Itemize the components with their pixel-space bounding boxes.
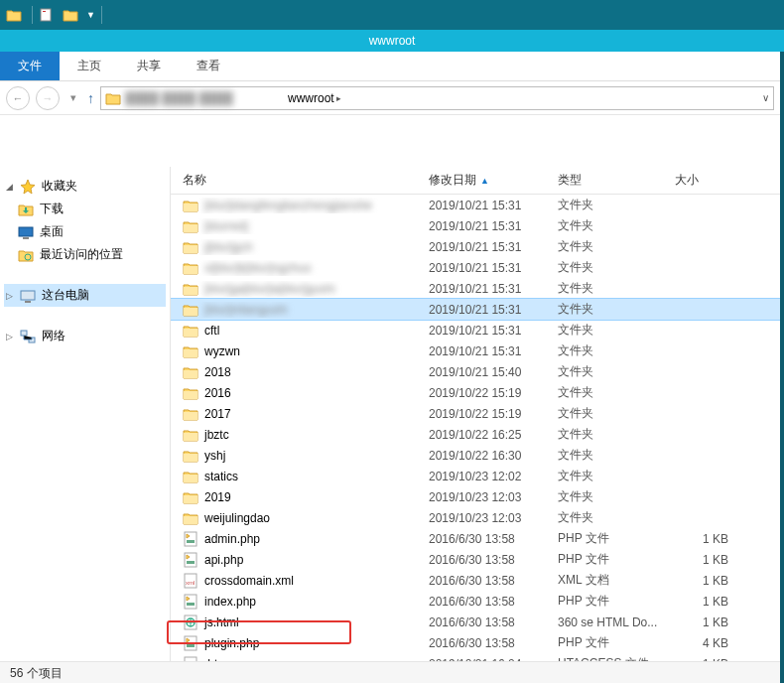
expand-icon: ▷ bbox=[6, 332, 14, 342]
table-row[interactable]: weijulingdao2019/10/23 12:03文件夹 bbox=[171, 507, 780, 528]
qat-dropdown-icon[interactable]: ▼ bbox=[86, 10, 95, 20]
column-headers: 名称 修改日期▲ 类型 大小 bbox=[171, 167, 780, 195]
xml-icon: xml bbox=[183, 573, 198, 589]
table-row[interactable]: jbztc2019/10/22 16:25文件夹 bbox=[171, 424, 780, 445]
forward-button[interactable]: → bbox=[36, 86, 60, 110]
folder-icon bbox=[183, 427, 198, 443]
separator bbox=[32, 6, 33, 24]
file-type: 文件夹 bbox=[558, 509, 675, 526]
file-name: plugin.php bbox=[204, 636, 259, 650]
table-row[interactable]: .htaccess2019/10/21 16:04HTACCESS 文件1 KB bbox=[171, 653, 780, 661]
column-size[interactable]: 大小 bbox=[675, 172, 734, 189]
svg-rect-7 bbox=[21, 331, 27, 336]
file-name: j[blur]gch bbox=[204, 240, 253, 254]
svg-rect-20 bbox=[187, 644, 195, 647]
file-size: 1 KB bbox=[675, 553, 734, 567]
php-icon bbox=[183, 594, 198, 610]
folder-icon bbox=[183, 218, 198, 234]
address-bar[interactable]: ████ ████ ████ wwwroot ▸ ∨ bbox=[100, 86, 774, 110]
file-date: 2019/10/23 12:03 bbox=[429, 511, 558, 525]
html-icon bbox=[183, 615, 198, 630]
address-segment-blurred: ████ ████ ████ bbox=[125, 91, 284, 105]
table-row[interactable]: xmlcrossdomain.xml2016/6/30 13:58XML 文档1… bbox=[171, 570, 780, 591]
navigation-row: ← → ▾ ↑ ████ ████ ████ wwwroot ▸ ∨ bbox=[0, 81, 780, 115]
svg-rect-3 bbox=[23, 237, 29, 239]
nav-downloads[interactable]: 下载 bbox=[4, 198, 166, 220]
file-size: 1 KB bbox=[675, 615, 734, 629]
folder-icon bbox=[183, 281, 198, 297]
table-row[interactable]: admin.php2016/6/30 13:58PHP 文件1 KB bbox=[171, 528, 780, 549]
status-bar: 56 个项目 bbox=[0, 661, 780, 683]
file-type: PHP 文件 bbox=[558, 530, 675, 547]
nav-desktop[interactable]: 桌面 bbox=[4, 220, 166, 243]
file-type: 文件夹 bbox=[558, 426, 675, 443]
up-button[interactable]: ↑ bbox=[87, 90, 94, 106]
table-row[interactable]: 20192019/10/23 12:03文件夹 bbox=[171, 486, 780, 507]
table-row[interactable]: [blurred]2019/10/21 15:31文件夹 bbox=[171, 215, 780, 236]
table-row[interactable]: [blur]inliangushi2019/10/21 15:31文件夹 bbox=[171, 299, 780, 320]
file-date: 2016/6/30 13:58 bbox=[429, 636, 558, 650]
nav-this-pc[interactable]: ▷ 这台电脑 bbox=[4, 284, 166, 307]
folder-icon bbox=[183, 448, 198, 464]
column-name[interactable]: 名称 bbox=[171, 172, 429, 189]
table-row[interactable]: 20182019/10/21 15:40文件夹 bbox=[171, 361, 780, 382]
php-icon bbox=[183, 552, 198, 568]
back-button[interactable]: ← bbox=[6, 86, 30, 110]
ribbon-tabs: 文件 主页 共享 查看 bbox=[0, 52, 780, 81]
table-row[interactable]: j[blur]gch2019/10/21 15:31文件夹 bbox=[171, 236, 780, 257]
tab-file[interactable]: 文件 bbox=[0, 52, 60, 80]
folder-icon bbox=[183, 198, 198, 213]
file-type: 文件夹 bbox=[558, 363, 675, 380]
nav-favorites[interactable]: ◢ 收藏夹 bbox=[4, 175, 166, 198]
tab-home[interactable]: 主页 bbox=[60, 52, 119, 80]
tab-view[interactable]: 查看 bbox=[179, 52, 238, 80]
table-row[interactable]: xi[blur]k[blur]ngzhuo2019/10/21 15:31文件夹 bbox=[171, 257, 780, 278]
separator bbox=[101, 6, 102, 24]
file-date: 2019/10/22 16:25 bbox=[429, 428, 558, 442]
table-row[interactable]: [blur]ga[blur]ia[blur]gushi2019/10/21 15… bbox=[171, 278, 780, 299]
svg-rect-10 bbox=[187, 540, 195, 543]
folder-icon bbox=[183, 510, 198, 526]
file-date: 2019/10/22 15:19 bbox=[429, 386, 558, 400]
file-type: 文件夹 bbox=[558, 405, 675, 422]
file-date: 2016/6/30 13:58 bbox=[429, 615, 558, 629]
file-date: 2019/10/21 15:31 bbox=[429, 219, 558, 233]
file-date: 2019/10/21 15:40 bbox=[429, 365, 558, 379]
address-segment[interactable]: wwwroot ▸ bbox=[288, 91, 341, 105]
file-date: 2019/10/21 15:31 bbox=[429, 261, 558, 275]
table-row[interactable]: plugin.php2016/6/30 13:58PHP 文件4 KB bbox=[171, 632, 780, 653]
history-dropdown-icon[interactable]: ▾ bbox=[65, 86, 81, 110]
navigation-pane: ◢ 收藏夹 下载 桌面 最近访问的位置 bbox=[0, 167, 171, 661]
column-date[interactable]: 修改日期▲ bbox=[429, 172, 558, 189]
dropdown-icon[interactable]: ∨ bbox=[762, 92, 769, 103]
nav-network[interactable]: ▷ 网络 bbox=[4, 325, 166, 347]
file-list[interactable]: [blur]idangfenglianzhengjianshe2019/10/2… bbox=[171, 195, 780, 661]
folder-icon bbox=[183, 385, 198, 401]
table-row[interactable]: yshj2019/10/22 16:30文件夹 bbox=[171, 445, 780, 466]
file-date: 2016/6/30 13:58 bbox=[429, 532, 558, 546]
table-row[interactable]: statics2019/10/23 12:02文件夹 bbox=[171, 466, 780, 486]
tab-share[interactable]: 共享 bbox=[119, 52, 179, 80]
window-title: wwwroot bbox=[369, 34, 416, 48]
file-type: PHP 文件 bbox=[558, 551, 675, 568]
table-row[interactable]: 20162019/10/22 15:19文件夹 bbox=[171, 382, 780, 403]
table-row[interactable]: api.php2016/6/30 13:58PHP 文件1 KB bbox=[171, 549, 780, 570]
table-row[interactable]: [blur]idangfenglianzhengjianshe2019/10/2… bbox=[171, 195, 780, 215]
file-name: [blurred] bbox=[204, 219, 248, 233]
file-type: 360 se HTML Do... bbox=[558, 615, 675, 629]
folder-icon bbox=[183, 343, 198, 359]
table-row[interactable]: js.html2016/6/30 13:58360 se HTML Do...1… bbox=[171, 612, 780, 632]
file-name: xi[blur]k[blur]ngzhuo bbox=[204, 261, 311, 275]
table-row[interactable]: 20172019/10/22 15:19文件夹 bbox=[171, 403, 780, 424]
nav-recent[interactable]: 最近访问的位置 bbox=[4, 243, 166, 266]
computer-icon bbox=[20, 288, 36, 304]
properties-icon[interactable] bbox=[39, 5, 59, 25]
table-row[interactable]: cftl2019/10/21 15:31文件夹 bbox=[171, 320, 780, 341]
column-type[interactable]: 类型 bbox=[558, 172, 675, 189]
file-name: wyzwn bbox=[204, 344, 240, 358]
new-folder-icon[interactable] bbox=[63, 5, 82, 25]
table-row[interactable]: wyzwn2019/10/21 15:31文件夹 bbox=[171, 341, 780, 361]
sort-asc-icon: ▲ bbox=[480, 176, 489, 186]
table-row[interactable]: index.php2016/6/30 13:58PHP 文件1 KB bbox=[171, 591, 780, 612]
file-date: 2019/10/22 15:19 bbox=[429, 407, 558, 421]
